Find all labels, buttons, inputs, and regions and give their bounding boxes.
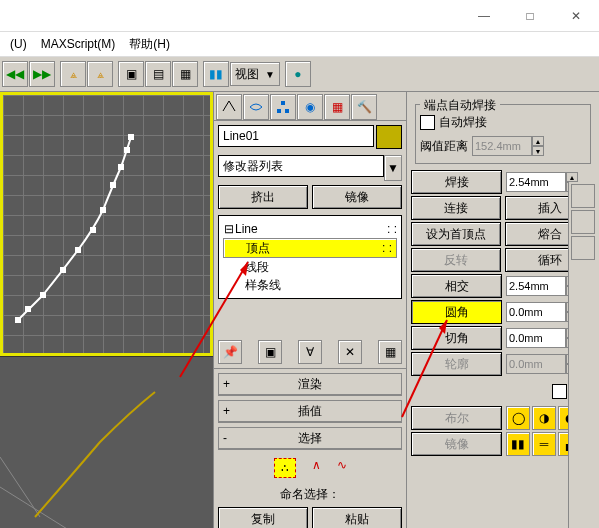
mirror-h-icon[interactable]: ▮▮ [506, 432, 530, 456]
vertex[interactable] [40, 292, 46, 298]
cmd-util-tab[interactable]: 🔨 [351, 94, 377, 120]
link-tool[interactable]: ⟁ [60, 61, 86, 87]
segment-type-icon[interactable]: ∧ [312, 458, 321, 478]
stack-remove-icon[interactable]: ✕ [338, 340, 362, 364]
modifier-list-arrow[interactable]: ▼ [384, 155, 402, 181]
tool-teapot[interactable]: ● [285, 61, 311, 87]
vertex[interactable] [90, 227, 96, 233]
tool-7[interactable]: ▦ [172, 61, 198, 87]
rollout-interp[interactable]: +插值 [218, 400, 402, 423]
reverse-button[interactable]: 反转 [411, 248, 501, 272]
menu-help[interactable]: 帮助(H) [125, 34, 174, 55]
viewport-selected[interactable] [0, 92, 213, 356]
chamfer-value[interactable]: 0.0mm [506, 328, 566, 348]
stack-unique-icon[interactable]: ∀ [298, 340, 322, 364]
vertex[interactable] [60, 267, 66, 273]
connect-button[interactable]: 连接 [411, 196, 501, 220]
cross-value[interactable]: 2.54mm [506, 276, 566, 296]
auto-weld-label: 自动焊接 [439, 114, 487, 131]
tree-vertex[interactable]: 顶点: : [223, 238, 397, 258]
object-name-text: Line01 [223, 129, 259, 143]
vertex[interactable] [128, 134, 134, 140]
main-toolbar: ◀◀ ▶▶ ⟁ ⟁ ▣ ▤ ▦ ▮▮ 视图▼ ● [0, 57, 599, 92]
tree-segment[interactable]: 线段 [223, 258, 397, 276]
vertex[interactable] [110, 182, 116, 188]
vertex-type-icon[interactable]: ∴ [274, 458, 296, 478]
outline-button[interactable]: 轮廓 [411, 352, 502, 376]
extrude-button[interactable]: 挤出 [218, 185, 308, 209]
side-tool-2[interactable] [571, 210, 595, 234]
bool-sub-icon[interactable]: ◑ [532, 406, 556, 430]
tree-spline[interactable]: 样条线 [223, 276, 397, 294]
cmd-create-tab[interactable] [216, 94, 242, 120]
cmd-hierarchy-tab[interactable] [270, 94, 296, 120]
vertex[interactable] [15, 317, 21, 323]
bool-button[interactable]: 布尔 [411, 406, 502, 430]
side-tool-1[interactable] [571, 184, 595, 208]
weld-button[interactable]: 焊接 [411, 170, 502, 194]
align-tool[interactable]: ▮▮ [203, 61, 229, 87]
rollout-render[interactable]: +渲染 [218, 373, 402, 396]
spin-up[interactable]: ▲ [532, 136, 544, 146]
fillet-button[interactable]: 圆角 [411, 300, 502, 324]
unlink-tool[interactable]: ⟁ [87, 61, 113, 87]
paste-button[interactable]: 粘贴 [312, 507, 402, 528]
tree-root-line[interactable]: ⊟Line: : [223, 220, 397, 238]
spin-down[interactable]: ▼ [532, 146, 544, 156]
tool-1[interactable]: ◀◀ [2, 61, 28, 87]
modifier-list-dropdown[interactable]: 修改器列表 [218, 155, 384, 177]
cmd-motion-tab[interactable]: ◉ [297, 94, 323, 120]
minimize-button[interactable]: — [461, 0, 507, 31]
cross-button[interactable]: 相交 [411, 274, 502, 298]
side-tool-3[interactable] [571, 236, 595, 260]
mirror-v-icon[interactable]: ═ [532, 432, 556, 456]
stack-show-icon[interactable]: ▣ [258, 340, 282, 364]
view-dropdown[interactable]: 视图▼ [230, 62, 280, 86]
vertex[interactable] [100, 207, 106, 213]
make-first-button[interactable]: 设为首顶点 [411, 222, 501, 246]
fillet-value[interactable]: 0.0mm [506, 302, 566, 322]
center-checkbox[interactable] [552, 384, 567, 399]
menubar: (U) MAXScript(M) 帮助(H) [0, 32, 599, 57]
vertex[interactable] [25, 306, 31, 312]
vertex[interactable] [124, 147, 130, 153]
tree-root-label: Line [235, 222, 258, 236]
menu-u[interactable]: (U) [6, 35, 31, 53]
spline-type-icon[interactable]: ∿ [337, 458, 347, 478]
tool-6[interactable]: ▤ [145, 61, 171, 87]
modifier-stack[interactable]: ⊟Line: : 顶点: : 线段 样条线 [218, 215, 402, 299]
chamfer-button[interactable]: 切角 [411, 326, 502, 350]
stack-pin-icon[interactable]: 📌 [218, 340, 242, 364]
close-button[interactable]: ✕ [553, 0, 599, 31]
viewport-perspective[interactable] [0, 356, 213, 528]
mirror-button[interactable]: 镜像 [312, 185, 402, 209]
modify-panel: ◉ ▦ 🔨 Line01 修改器列表 ▼ 挤出 镜像 ⊟Line: : 顶点: … [213, 92, 406, 528]
bool-union-icon[interactable]: ◯ [506, 406, 530, 430]
vertex[interactable] [75, 247, 81, 253]
wirecolor-swatch[interactable] [376, 125, 402, 149]
rollout-interp-label: 插值 [298, 403, 322, 420]
object-name-input[interactable]: Line01 [218, 125, 374, 147]
maximize-button[interactable]: □ [507, 0, 553, 31]
outline-value[interactable]: 0.0mm [506, 354, 566, 374]
cmd-modify-tab[interactable] [243, 94, 269, 120]
weld-value[interactable]: 2.54mm [506, 172, 566, 192]
mirror2-button[interactable]: 镜像 [411, 432, 502, 456]
vertex[interactable] [118, 164, 124, 170]
cmd-display-tab[interactable]: ▦ [324, 94, 350, 120]
tool-5[interactable]: ▣ [118, 61, 144, 87]
auto-weld-checkbox[interactable] [420, 115, 435, 130]
rollout-select[interactable]: -选择 [218, 427, 402, 450]
svg-line-1 [0, 487, 80, 528]
copy-button[interactable]: 复制 [218, 507, 308, 528]
view-dropdown-label: 视图 [235, 66, 259, 83]
stack-configure-icon[interactable]: ▦ [378, 340, 402, 364]
threshold-value[interactable]: 152.4mm [472, 136, 532, 156]
chevron-down-icon: ▼ [265, 69, 275, 80]
perspective-lines [0, 357, 213, 528]
tool-2[interactable]: ▶▶ [29, 61, 55, 87]
modifier-list-label: 修改器列表 [223, 158, 283, 175]
svg-rect-2 [281, 101, 285, 105]
menu-maxscript[interactable]: MAXScript(M) [37, 35, 120, 53]
spin-up[interactable]: ▲ [566, 172, 578, 182]
